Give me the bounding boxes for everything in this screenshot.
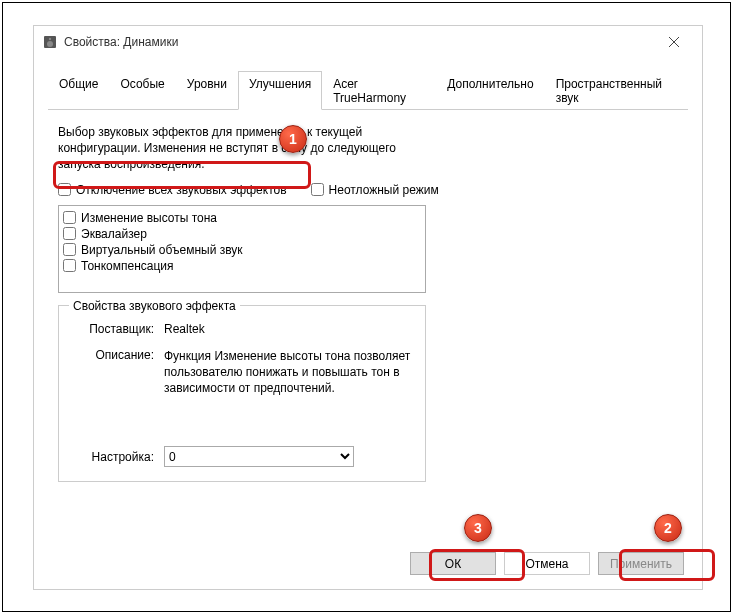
list-item[interactable]: Виртуальный объемный звук xyxy=(61,242,423,258)
top-checkbox-row: Отключение всех звуковых эффектов Неотло… xyxy=(58,183,678,197)
cancel-button[interactable]: Отмена xyxy=(504,552,590,575)
description-value: Функция Изменение высоты тона позволяет … xyxy=(164,348,415,397)
effect-label: Эквалайзер xyxy=(81,227,147,241)
ok-button[interactable]: ОК xyxy=(410,552,496,575)
setting-label: Настройка: xyxy=(69,450,164,464)
apply-button[interactable]: Применить xyxy=(598,552,684,575)
screenshot-frame: Свойства: Динамики Общие Особые Уровни У… xyxy=(2,2,731,612)
effect-checkbox[interactable] xyxy=(63,259,76,272)
effects-listbox[interactable]: Изменение высоты тона Эквалайзер Виртуал… xyxy=(58,205,426,293)
list-item[interactable]: Изменение высоты тона xyxy=(61,210,423,226)
tab-enhancements[interactable]: Улучшения xyxy=(238,71,322,110)
effect-checkbox[interactable] xyxy=(63,227,76,240)
dialog-buttons: ОК Отмена Применить xyxy=(410,552,684,575)
svg-point-1 xyxy=(47,41,53,47)
disable-all-effects-checkbox[interactable]: Отключение всех звуковых эффектов xyxy=(58,183,287,197)
window-title: Свойства: Динамики xyxy=(64,35,654,49)
enhancements-description: Выбор звуковых эффектов для применения к… xyxy=(58,124,418,173)
provider-label: Поставщик: xyxy=(69,322,164,336)
effect-label: Виртуальный объемный звук xyxy=(81,243,243,257)
properties-dialog: Свойства: Динамики Общие Особые Уровни У… xyxy=(33,25,703,590)
effect-properties-group: Свойства звукового эффекта Поставщик: Re… xyxy=(58,305,426,483)
provider-value: Realtek xyxy=(164,322,415,336)
list-item[interactable]: Тонкомпенсация xyxy=(61,258,423,274)
titlebar: Свойства: Динамики xyxy=(34,26,702,58)
tab-strip: Общие Особые Уровни Улучшения Acer TrueH… xyxy=(48,70,688,110)
description-label: Описание: xyxy=(69,348,164,397)
effect-checkbox[interactable] xyxy=(63,243,76,256)
tab-spatial[interactable]: Пространственный звук xyxy=(545,71,688,110)
speaker-icon xyxy=(42,34,58,50)
effect-checkbox[interactable] xyxy=(63,211,76,224)
tab-general[interactable]: Общие xyxy=(48,71,109,110)
setting-dropdown[interactable]: 0 xyxy=(164,446,354,467)
effect-label: Тонкомпенсация xyxy=(81,259,174,273)
disable-all-effects-input[interactable] xyxy=(58,183,71,196)
svg-point-2 xyxy=(49,38,51,40)
tab-trueharmony[interactable]: Acer TrueHarmony xyxy=(322,71,436,110)
tab-special[interactable]: Особые xyxy=(109,71,175,110)
immediate-mode-input[interactable] xyxy=(311,183,324,196)
effect-properties-legend: Свойства звукового эффекта xyxy=(69,299,240,313)
effect-label: Изменение высоты тона xyxy=(81,211,217,225)
immediate-mode-checkbox[interactable]: Неотложный режим xyxy=(311,183,439,197)
close-button[interactable] xyxy=(654,28,694,56)
list-item[interactable]: Эквалайзер xyxy=(61,226,423,242)
tab-advanced[interactable]: Дополнительно xyxy=(436,71,544,110)
tab-body: Выбор звуковых эффектов для применения к… xyxy=(48,110,688,488)
immediate-mode-label: Неотложный режим xyxy=(329,183,439,197)
tab-levels[interactable]: Уровни xyxy=(176,71,238,110)
disable-all-effects-label: Отключение всех звуковых эффектов xyxy=(76,183,287,197)
dialog-content: Общие Особые Уровни Улучшения Acer TrueH… xyxy=(34,58,702,500)
